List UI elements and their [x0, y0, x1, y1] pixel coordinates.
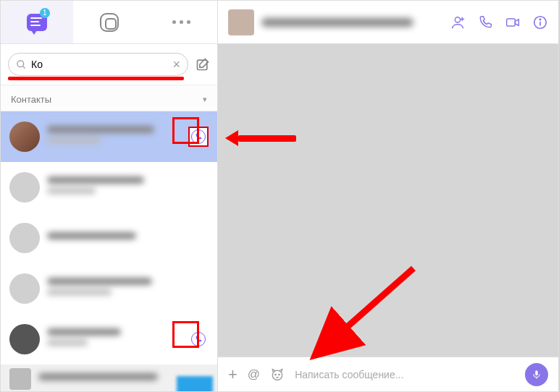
action-button[interactable]: [177, 376, 213, 391]
mention-icon[interactable]: @: [248, 367, 260, 382]
search-box[interactable]: ×: [8, 53, 188, 76]
chevron-down-icon: ▾: [203, 95, 207, 104]
contact-label: [47, 176, 209, 198]
avatar: [9, 368, 31, 390]
add-user-icon[interactable]: [450, 14, 466, 30]
viber-indicator[interactable]: [188, 127, 209, 147]
list-item[interactable]: [1, 365, 217, 391]
avatar: [9, 172, 40, 203]
camera-icon: [100, 13, 119, 32]
svg-rect-14: [535, 370, 538, 375]
chat-header: [218, 1, 558, 44]
tab-discover[interactable]: [73, 1, 146, 43]
svg-line-1: [22, 66, 25, 68]
tab-chats[interactable]: 1: [1, 1, 73, 43]
video-icon[interactable]: [505, 14, 521, 30]
svg-point-0: [17, 60, 24, 67]
contact-label: [47, 328, 181, 350]
svg-point-13: [279, 374, 280, 375]
svg-point-12: [275, 374, 276, 375]
more-icon: [172, 20, 190, 24]
list-item[interactable]: [1, 111, 217, 162]
search-input[interactable]: [27, 59, 172, 70]
contact-list: [1, 111, 217, 391]
info-icon[interactable]: [532, 14, 548, 30]
top-tabs: 1: [1, 1, 217, 44]
avatar: [9, 122, 40, 152]
list-item[interactable]: [1, 263, 217, 314]
clear-icon[interactable]: ×: [172, 58, 180, 71]
avatar[interactable]: [228, 9, 254, 35]
section-title: Контакты: [11, 94, 51, 105]
unread-badge: 1: [40, 8, 50, 18]
annotation-arrow: [225, 130, 238, 146]
svg-line-10: [319, 268, 413, 351]
svg-rect-6: [507, 19, 516, 26]
svg-point-11: [272, 370, 282, 380]
annotation-arrow: [238, 135, 296, 142]
chat-area: [218, 44, 558, 357]
svg-point-9: [539, 19, 540, 20]
compose-icon[interactable]: [196, 57, 210, 72]
chat-title: [261, 18, 442, 27]
contact-label: [47, 232, 209, 244]
avatar: [9, 324, 40, 354]
search-icon: [16, 59, 27, 70]
call-icon[interactable]: [477, 14, 493, 30]
tab-more[interactable]: [145, 1, 217, 43]
sticker-icon[interactable]: [270, 367, 285, 382]
plus-icon[interactable]: +: [228, 367, 238, 383]
annotation-arrow: [305, 261, 421, 362]
svg-point-3: [455, 17, 460, 22]
viber-indicator[interactable]: [188, 329, 209, 349]
message-input[interactable]: [295, 369, 515, 380]
contact-label: [47, 126, 181, 148]
contact-label: [47, 278, 209, 299]
avatar: [9, 223, 40, 253]
section-contacts[interactable]: Контакты ▾: [1, 85, 217, 111]
mic-button[interactable]: [525, 363, 548, 386]
avatar: [9, 273, 40, 304]
list-item[interactable]: [1, 213, 217, 263]
list-item[interactable]: [1, 162, 217, 213]
list-item[interactable]: [1, 314, 217, 365]
annotation-underline: [8, 77, 184, 80]
